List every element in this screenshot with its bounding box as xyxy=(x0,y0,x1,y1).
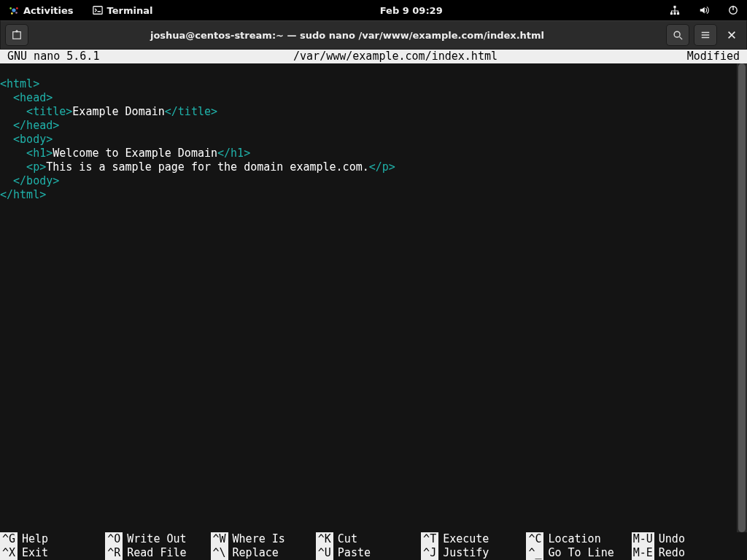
activities-label: Activities xyxy=(23,5,74,16)
shortcut-writeout[interactable]: ^OWrite Out xyxy=(105,532,210,546)
volume-status[interactable] xyxy=(696,4,712,17)
code-tag: </body> xyxy=(0,174,59,187)
svg-rect-6 xyxy=(673,6,676,8)
svg-point-3 xyxy=(11,12,13,15)
svg-rect-5 xyxy=(93,7,101,15)
scrollbar-thumb[interactable] xyxy=(738,63,746,532)
code-tag: </p> xyxy=(369,160,395,174)
power-status[interactable] xyxy=(725,4,741,17)
window-title: joshua@centos-stream:~ — sudo nano /var/… xyxy=(33,30,662,41)
activities-button[interactable]: Activities xyxy=(6,4,77,18)
code-tag: </title> xyxy=(165,105,217,118)
code-tag: <title> xyxy=(0,105,72,118)
close-icon xyxy=(727,30,737,40)
svg-point-13 xyxy=(674,31,680,37)
nano-editor[interactable]: <html> <head> <title>Example Domain</tit… xyxy=(0,63,747,202)
shortcut-cut[interactable]: ^KCut xyxy=(316,532,421,546)
svg-rect-12 xyxy=(13,32,21,39)
svg-rect-8 xyxy=(673,12,676,15)
shortcut-justify[interactable]: ^JJustify xyxy=(421,546,526,560)
code-text: Example Domain xyxy=(72,105,164,118)
volume-icon xyxy=(699,5,709,15)
shortcut-execute[interactable]: ^TExecute xyxy=(421,532,526,546)
shortcut-gotoline[interactable]: ^_Go To Line xyxy=(526,546,631,560)
terminal-icon xyxy=(93,5,103,15)
nano-filename: /var/www/example.com/index.html xyxy=(139,50,652,63)
nano-titlebar: GNU nano 5.6.1 /var/www/example.com/inde… xyxy=(0,50,747,63)
shortcut-help[interactable]: ^GHelp xyxy=(0,532,105,546)
power-icon xyxy=(728,5,738,15)
search-icon xyxy=(673,30,683,40)
shortcut-undo[interactable]: M-UUndo xyxy=(632,532,737,546)
close-button[interactable] xyxy=(721,25,742,45)
shortcut-readfile[interactable]: ^RRead File xyxy=(105,546,210,560)
clock-label: Feb 9 09:29 xyxy=(380,5,443,16)
new-tab-icon xyxy=(12,30,22,40)
code-tag: </h1> xyxy=(217,147,250,160)
hamburger-icon xyxy=(700,30,711,40)
nano-status: Modified xyxy=(652,50,740,63)
code-tag: </head> xyxy=(0,119,59,132)
code-tag: <head> xyxy=(0,91,53,104)
svg-rect-11 xyxy=(732,6,733,10)
shortcut-paste[interactable]: ^UPaste xyxy=(316,546,421,560)
activities-icon xyxy=(9,5,19,15)
network-status[interactable] xyxy=(667,4,683,17)
svg-point-4 xyxy=(15,12,18,14)
scrollbar[interactable] xyxy=(737,63,747,532)
network-icon xyxy=(670,5,680,15)
code-tag: <body> xyxy=(0,133,53,146)
clock[interactable]: Feb 9 09:29 xyxy=(377,4,446,18)
code-tag: </html> xyxy=(0,188,46,201)
nano-shortcut-bar: ^GHelp ^OWrite Out ^WWhere Is ^KCut ^TEx… xyxy=(0,532,737,560)
svg-rect-9 xyxy=(677,12,679,15)
code-tag: <h1> xyxy=(0,147,53,160)
svg-point-0 xyxy=(12,8,15,12)
code-text: Welcome to Example Domain xyxy=(53,147,217,160)
shortcut-replace[interactable]: ^\Replace xyxy=(211,546,316,560)
terminal-area[interactable]: GNU nano 5.6.1 /var/www/example.com/inde… xyxy=(0,50,747,560)
svg-point-2 xyxy=(16,7,18,9)
shortcut-redo[interactable]: M-ERedo xyxy=(632,546,737,560)
code-text: This is a sample page for the domain exa… xyxy=(46,160,369,174)
search-button[interactable] xyxy=(666,24,689,46)
terminal-headerbar: joshua@centos-stream:~ — sudo nano /var/… xyxy=(0,20,747,50)
new-tab-button[interactable] xyxy=(5,24,28,46)
shortcut-location[interactable]: ^CLocation xyxy=(526,532,631,546)
code-tag: <html> xyxy=(0,77,39,90)
code-tag: <p> xyxy=(0,160,46,174)
nano-version: GNU nano 5.6.1 xyxy=(7,50,139,63)
svg-point-1 xyxy=(9,7,12,9)
svg-rect-7 xyxy=(670,12,673,15)
app-menu[interactable]: Terminal xyxy=(90,4,156,18)
shortcut-whereis[interactable]: ^WWhere Is xyxy=(211,532,316,546)
menu-button[interactable] xyxy=(694,24,717,46)
app-menu-label: Terminal xyxy=(107,5,153,16)
shortcut-exit[interactable]: ^XExit xyxy=(0,546,105,560)
gnome-topbar: Activities Terminal Feb 9 09:29 xyxy=(0,0,747,20)
